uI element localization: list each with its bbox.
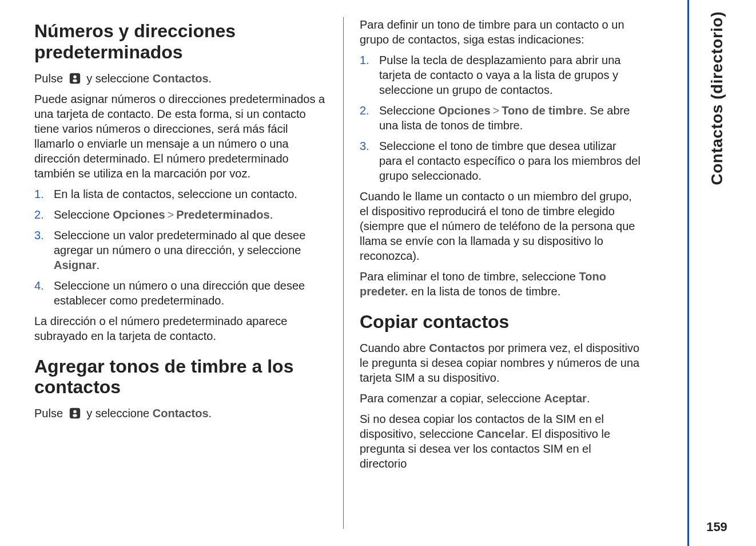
text: Para comenzar a copiar, seleccione (360, 392, 544, 405)
text: y seleccione (86, 72, 153, 85)
section-title: Contactos (directorio) (708, 11, 726, 185)
svg-point-4 (73, 410, 77, 414)
heading-copy-contacts: Copiar contactos (360, 311, 640, 333)
text: Cuando abre (360, 342, 429, 354)
menu-key-icon (69, 407, 81, 420)
text: Para eliminar el tono de timbre, selecci… (360, 270, 579, 283)
bold-contactos: Contactos (153, 72, 209, 85)
list-item: 1. Pulse la tecla de desplazamiento para… (360, 53, 640, 97)
text: . (209, 407, 212, 420)
paragraph-defaults-desc: Puede asignar números o direcciones pred… (34, 92, 326, 181)
right-column: Para definir un tono de timbre para un c… (343, 17, 652, 529)
bold-tono-de-timbre: Tono de timbre (502, 104, 583, 117)
separator: > (168, 208, 174, 221)
step-number: 1. (360, 53, 369, 68)
step-text: Seleccione el tono de timbre que desea u… (379, 140, 640, 182)
side-tab: Contactos (directorio) 159 (687, 0, 745, 546)
text: . (209, 72, 212, 85)
press-select-contactos-1: Pulse y seleccione Contactos. (34, 71, 326, 86)
list-item: 1. En la lista de contactos, seleccione … (34, 187, 326, 201)
step-text: En la lista de contactos, seleccione un … (54, 188, 297, 200)
bold-opciones: Opciones (113, 208, 165, 221)
paragraph-copy-cancel: Si no desea copiar los contactos de la S… (360, 412, 640, 471)
bold-cancelar: Cancelar (477, 428, 526, 440)
svg-rect-2 (73, 79, 77, 82)
svg-rect-5 (73, 414, 77, 417)
step-text: Seleccione un valor predeterminado al qu… (54, 229, 305, 256)
page-number: 159 (706, 520, 727, 535)
step-text: . (270, 208, 273, 221)
step-number: 2. (360, 103, 369, 118)
paragraph-underlined: La dirección o el número predeterminado … (34, 314, 326, 343)
svg-point-1 (73, 75, 77, 78)
bold-opciones: Opciones (438, 104, 490, 117)
text: Pulse (34, 72, 66, 85)
step-text: Seleccione (379, 104, 438, 117)
list-item: 3. Seleccione un valor predeterminado al… (34, 228, 326, 272)
menu-key-icon (69, 72, 81, 85)
heading-ringtones: Agregar tonos de timbre a los contactos (34, 356, 326, 398)
bold-predeterminados: Predeterminados (176, 208, 269, 221)
list-item: 2. Seleccione Opciones>Tono de timbre. S… (360, 103, 640, 133)
separator: > (493, 104, 500, 117)
step-number: 1. (34, 187, 44, 201)
text: Pulse (34, 407, 66, 420)
list-item: 3. Seleccione el tono de timbre que dese… (360, 139, 640, 183)
paragraph-copy-accept: Para comenzar a copiar, seleccione Acept… (360, 391, 640, 406)
bold-aceptar: Aceptar (544, 392, 586, 405)
bold-asignar: Asignar (54, 259, 96, 271)
text: en la lista de tonos de timbre. (408, 285, 560, 298)
list-item: 4. Seleccione un número o una dirección … (34, 278, 326, 308)
heading-defaults: Números y direcciones predeterminados (34, 21, 326, 63)
steps-list-ringtone: 1. Pulse la tecla de desplazamiento para… (360, 53, 640, 183)
text: . (587, 392, 590, 405)
left-column: Números y direcciones predeterminados Pu… (34, 17, 343, 529)
paragraph-ringtone-play: Cuando le llame un contacto o un miembro… (360, 189, 640, 263)
step-text: Seleccione (54, 208, 113, 221)
step-number: 3. (34, 228, 44, 243)
step-number: 4. (34, 278, 44, 293)
step-number: 2. (34, 207, 44, 222)
step-number: 3. (360, 139, 369, 153)
text: y seleccione (86, 407, 153, 420)
step-text: . (96, 259, 100, 271)
bold-contactos: Contactos (153, 407, 209, 420)
step-text: Pulse la tecla de desplazamiento para ab… (379, 54, 620, 96)
paragraph-ringtone-intro: Para definir un tono de timbre para un c… (360, 17, 640, 47)
press-select-contactos-2: Pulse y seleccione Contactos. (34, 406, 326, 421)
list-item: 2. Seleccione Opciones>Predeterminados. (34, 207, 326, 222)
paragraph-remove-ringtone: Para eliminar el tono de timbre, selecci… (360, 269, 640, 299)
paragraph-copy-intro: Cuando abre Contactos por primera vez, e… (360, 341, 640, 385)
steps-list-defaults: 1. En la lista de contactos, seleccione … (34, 187, 326, 308)
document-page: Números y direcciones predeterminados Pu… (0, 0, 756, 546)
step-text: Seleccione un número o una dirección que… (54, 279, 305, 307)
bold-contactos: Contactos (429, 342, 485, 354)
